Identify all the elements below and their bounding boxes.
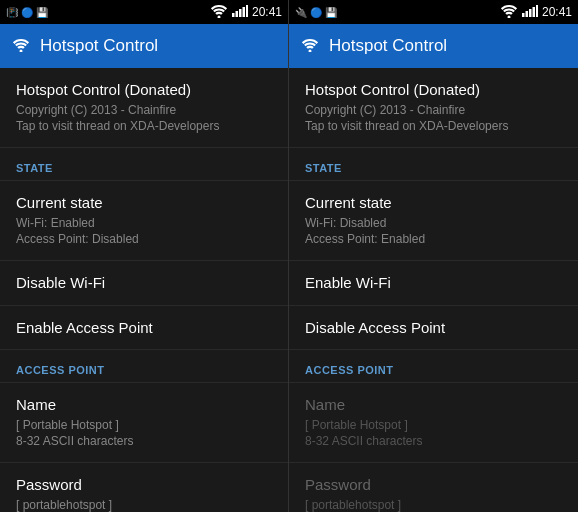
list-item-2: Current stateWi-Fi: DisabledAccess Point… (289, 181, 578, 261)
item-title: Current state (305, 193, 562, 213)
list-item-0[interactable]: Hotspot Control (Donated)Copyright (C) 2… (0, 68, 288, 148)
svg-rect-4 (242, 7, 245, 17)
section-label: ACCESS POINT (305, 364, 394, 376)
section-header-state: STATE (289, 148, 578, 181)
left-icons: 🔌 🔵 💾 (295, 7, 337, 18)
status-bar: 📳 🔵 💾 20:41 (0, 0, 288, 24)
list-item-4[interactable]: Disable Access Point (289, 306, 578, 351)
item-title: Current state (16, 193, 272, 213)
content-area: Hotspot Control (Donated)Copyright (C) 2… (289, 68, 578, 512)
list-item-4[interactable]: Enable Access Point (0, 306, 288, 351)
status-bar: 🔌 🔵 💾 20:41 (289, 0, 578, 24)
item-title: Enable Wi-Fi (305, 273, 562, 293)
svg-point-7 (507, 16, 510, 19)
left-icons: 📳 🔵 💾 (6, 7, 48, 18)
content-area: Hotspot Control (Donated)Copyright (C) 2… (0, 68, 288, 512)
toolbar-title: Hotspot Control (329, 36, 447, 56)
section-header-state: STATE (0, 148, 288, 181)
section-label: STATE (305, 162, 342, 174)
app-toolbar: Hotspot Control (289, 24, 578, 68)
wifi-toolbar-icon (12, 36, 30, 57)
section-label: ACCESS POINT (16, 364, 105, 376)
time-display: 20:41 (252, 5, 282, 19)
status-bar-right: 20:41 (210, 4, 282, 20)
item-subtitle: [ portablehotspot ]8-63 ASCII characters (305, 497, 562, 512)
signal-icon (232, 5, 248, 19)
status-bar-left: 🔌 🔵 💾 (295, 7, 337, 18)
svg-point-13 (309, 49, 312, 52)
signal-icon (522, 5, 538, 19)
svg-rect-8 (522, 13, 525, 17)
section-header-access-point: ACCESS POINT (0, 350, 288, 383)
svg-rect-3 (239, 9, 242, 17)
list-item-7[interactable]: Password[ portablehotspot ]8-63 ASCII ch… (289, 463, 578, 512)
item-subtitle: [ Portable Hotspot ]8-32 ASCII character… (16, 417, 272, 451)
item-title: Hotspot Control (Donated) (305, 80, 562, 100)
item-title: Disable Access Point (305, 318, 562, 338)
item-title: Name (16, 395, 272, 415)
app-toolbar: Hotspot Control (0, 24, 288, 68)
list-item-3[interactable]: Enable Wi-Fi (289, 261, 578, 306)
item-title: Disable Wi-Fi (16, 273, 272, 293)
wifi-status-icon (210, 4, 228, 20)
list-item-3[interactable]: Disable Wi-Fi (0, 261, 288, 306)
svg-rect-1 (232, 13, 235, 17)
item-subtitle: [ portablehotspot ]8-63 ASCII characters (16, 497, 272, 512)
item-subtitle: Wi-Fi: EnabledAccess Point: Disabled (16, 215, 272, 249)
section-label: STATE (16, 162, 53, 174)
wifi-toolbar-icon (301, 36, 319, 57)
toolbar-title: Hotspot Control (40, 36, 158, 56)
item-title: Hotspot Control (Donated) (16, 80, 272, 100)
svg-rect-12 (536, 5, 538, 17)
item-title: Password (16, 475, 272, 495)
item-subtitle: Copyright (C) 2013 - ChainfireTap to vis… (305, 102, 562, 136)
item-title: Password (305, 475, 562, 495)
svg-point-6 (20, 49, 23, 52)
list-item-6[interactable]: Name[ Portable Hotspot ]8-32 ASCII chara… (0, 383, 288, 463)
list-item-6[interactable]: Name[ Portable Hotspot ]8-32 ASCII chara… (289, 383, 578, 463)
svg-point-0 (217, 16, 220, 19)
svg-rect-10 (529, 9, 532, 17)
panel-left: 📳 🔵 💾 20:41 Hotspot Control Hotspot Cont… (0, 0, 289, 512)
item-subtitle: [ Portable Hotspot ]8-32 ASCII character… (305, 417, 562, 451)
svg-rect-5 (246, 5, 248, 17)
item-subtitle: Wi-Fi: DisabledAccess Point: Enabled (305, 215, 562, 249)
panel-right: 🔌 🔵 💾 20:41 Hotspot Control Hotspot Cont… (289, 0, 578, 512)
svg-rect-2 (235, 11, 238, 17)
svg-rect-11 (532, 7, 535, 17)
status-bar-left: 📳 🔵 💾 (6, 7, 48, 18)
section-header-access-point: ACCESS POINT (289, 350, 578, 383)
list-item-7[interactable]: Password[ portablehotspot ]8-63 ASCII ch… (0, 463, 288, 512)
list-item-2: Current stateWi-Fi: EnabledAccess Point:… (0, 181, 288, 261)
item-title: Name (305, 395, 562, 415)
status-bar-right: 20:41 (500, 4, 572, 20)
time-display: 20:41 (542, 5, 572, 19)
wifi-status-icon (500, 4, 518, 20)
list-item-0[interactable]: Hotspot Control (Donated)Copyright (C) 2… (289, 68, 578, 148)
item-subtitle: Copyright (C) 2013 - ChainfireTap to vis… (16, 102, 272, 136)
item-title: Enable Access Point (16, 318, 272, 338)
svg-rect-9 (525, 11, 528, 17)
